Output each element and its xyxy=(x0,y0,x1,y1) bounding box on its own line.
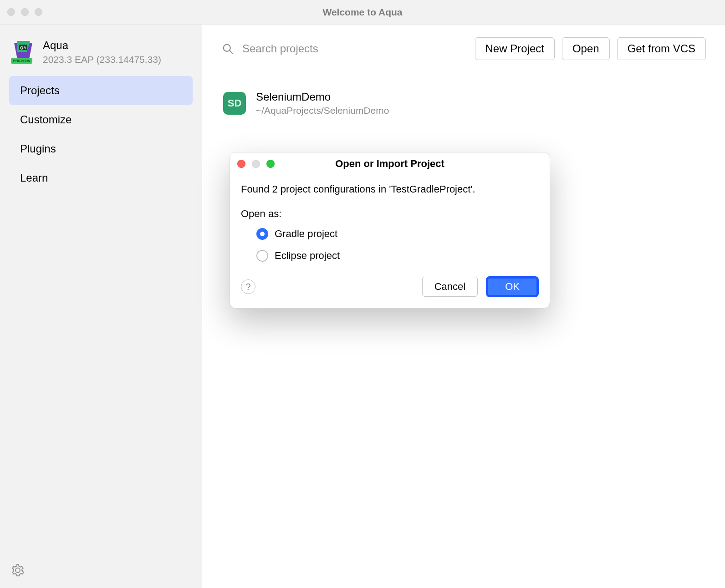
radio-eclipse-project[interactable]: Eclipse project xyxy=(256,250,539,262)
dialog-message: Found 2 project configurations in 'TestG… xyxy=(241,183,539,195)
window-traffic-lights[interactable] xyxy=(0,8,42,16)
search-input[interactable] xyxy=(242,42,468,55)
project-path: ~/AquaProjects/SeleniumDemo xyxy=(256,105,389,116)
settings-button[interactable] xyxy=(11,563,25,577)
get-from-vcs-button[interactable]: Get from VCS xyxy=(617,37,706,60)
radio-label: Eclipse project xyxy=(275,250,340,262)
new-project-button[interactable]: New Project xyxy=(475,37,555,60)
project-row[interactable]: SD SeleniumDemo ~/AquaProjects/SeleniumD… xyxy=(221,87,706,120)
product-icon: QA PREVIEW xyxy=(12,39,35,62)
project-avatar: SD xyxy=(223,92,246,115)
dialog-traffic-lights[interactable] xyxy=(230,160,275,168)
preview-badge: PREVIEW xyxy=(11,58,32,64)
open-or-import-dialog: Open or Import Project Found 2 project c… xyxy=(230,152,550,309)
help-button[interactable]: ? xyxy=(241,279,255,294)
project-name: SeleniumDemo xyxy=(256,91,389,103)
search-icon xyxy=(221,42,234,55)
ok-button[interactable]: OK xyxy=(486,276,539,297)
dialog-zoom-icon[interactable] xyxy=(266,160,275,168)
sidebar-item-learn[interactable]: Learn xyxy=(9,163,193,193)
radio-unselected-icon xyxy=(256,250,268,262)
window-close-icon[interactable] xyxy=(7,8,15,16)
product-name: Aqua xyxy=(43,39,161,52)
gear-icon xyxy=(11,563,25,577)
window-zoom-icon[interactable] xyxy=(35,8,42,16)
dialog-close-icon[interactable] xyxy=(237,160,245,168)
cancel-button[interactable]: Cancel xyxy=(422,277,478,297)
window-title: Welcome to Aqua xyxy=(0,7,725,18)
svg-line-5 xyxy=(230,51,232,53)
product-version: 2023.3 EAP (233.14475.33) xyxy=(43,54,161,65)
sidebar-item-plugins[interactable]: Plugins xyxy=(9,134,193,163)
radio-gradle-project[interactable]: Gradle project xyxy=(256,228,539,240)
radio-selected-icon xyxy=(256,228,268,240)
dialog-minimize-icon xyxy=(252,160,260,168)
help-icon: ? xyxy=(245,282,250,292)
dialog-title: Open or Import Project xyxy=(230,158,550,170)
radio-label: Gradle project xyxy=(275,228,337,240)
open-as-label: Open as: xyxy=(241,208,539,220)
open-button[interactable]: Open xyxy=(562,37,610,60)
sidebar-item-customize[interactable]: Customize xyxy=(9,105,193,134)
sidebar-item-projects[interactable]: Projects xyxy=(9,76,193,105)
window-minimize-icon[interactable] xyxy=(21,8,29,16)
svg-text:QA: QA xyxy=(20,46,26,50)
